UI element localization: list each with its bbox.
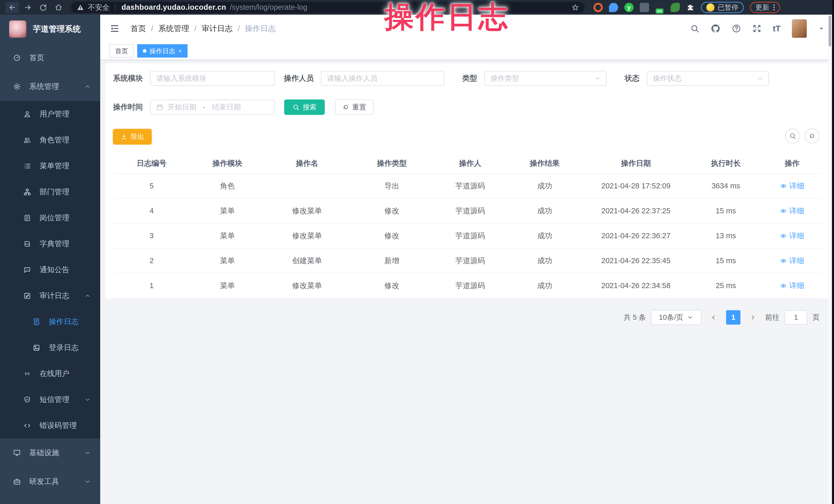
- org-tree-icon: [22, 188, 32, 196]
- next-page-button[interactable]: [746, 310, 760, 325]
- browser-home-button[interactable]: [52, 2, 65, 13]
- refresh-table-button[interactable]: [805, 129, 819, 144]
- operate-log-table: 日志编号 操作模块 操作名 操作类型 操作人 操作结果 操作日期 执行时长 操作…: [113, 154, 821, 299]
- code-icon: [22, 422, 32, 430]
- fullscreen-icon[interactable]: [752, 24, 762, 33]
- goto-label: 前往: [765, 312, 780, 322]
- tags-view-bar: 首页 操作日志 ×: [100, 42, 834, 60]
- gear-icon: [12, 83, 22, 90]
- tab-home[interactable]: 首页: [109, 44, 134, 58]
- sidebar-item-dev-tools[interactable]: 研发工具: [0, 467, 100, 496]
- detail-link[interactable]: 详细: [763, 181, 821, 191]
- app-title: 芋道管理系统: [33, 24, 81, 35]
- online-signal-icon: [22, 370, 32, 377]
- sidebar-item-operate-log[interactable]: 操作日志: [0, 309, 100, 335]
- reset-button[interactable]: 重置: [335, 100, 374, 115]
- column-header: 操作类型: [349, 158, 434, 169]
- leaf-extension-icon[interactable]: [671, 3, 680, 12]
- table-row: 2 菜单 创建菜单 新增 芋道源码 成功 2021-04-26 22:35:45…: [113, 248, 821, 273]
- y-extension-icon[interactable]: y: [624, 3, 634, 12]
- sidebar-item-notice[interactable]: 通知公告: [0, 257, 100, 283]
- sidebar-item-home[interactable]: 首页: [0, 43, 100, 72]
- sidebar-item-dept-mgmt[interactable]: 部门管理: [0, 179, 100, 205]
- gray-extension-icon[interactable]: [640, 3, 649, 12]
- status-select[interactable]: 操作状态: [647, 71, 769, 86]
- status-label: 状态: [624, 73, 639, 84]
- page-size-select[interactable]: 10条/页: [651, 310, 701, 325]
- app-logo-row[interactable]: 芋道管理系统: [0, 15, 100, 43]
- sidebar-item-audit-log[interactable]: 审计日志: [0, 283, 100, 309]
- sidebar-item-menu-mgmt[interactable]: 菜单管理: [0, 153, 100, 179]
- page-scrollbar[interactable]: [828, 15, 832, 504]
- sidebar-item-sms-mgmt[interactable]: 短信管理: [0, 387, 100, 413]
- user-avatar[interactable]: [792, 19, 807, 38]
- not-secure-label[interactable]: 不安全: [88, 3, 109, 12]
- sidebar-item-online-users[interactable]: 在线用户: [0, 360, 100, 387]
- search-button[interactable]: 搜索: [284, 100, 325, 115]
- browser-reload-button[interactable]: [37, 2, 50, 13]
- browser-back-button[interactable]: [6, 2, 19, 13]
- extensions-puzzle-icon[interactable]: [686, 3, 695, 12]
- toggle-search-button[interactable]: [785, 129, 800, 144]
- chevron-down-icon: [757, 75, 763, 82]
- sidebar-item-dict-mgmt[interactable]: 字典管理: [0, 231, 100, 257]
- export-button[interactable]: 导出: [113, 129, 152, 145]
- breadcrumb: 首页 / 系统管理 / 审计日志 / 操作日志: [131, 23, 276, 34]
- time-label: 操作时间: [113, 102, 143, 112]
- operator-label: 操作人员: [284, 73, 314, 84]
- date-range-picker[interactable]: 开始日期 - 结束日期: [150, 100, 275, 115]
- detail-link[interactable]: 详细: [763, 206, 821, 216]
- browser-forward-button[interactable]: [21, 2, 35, 13]
- breadcrumb-home[interactable]: 首页: [131, 23, 146, 34]
- eye-icon: [780, 183, 787, 190]
- type-select[interactable]: 操作类型: [484, 71, 607, 86]
- prev-page-button[interactable]: [706, 310, 721, 325]
- page-number-1[interactable]: 1: [726, 310, 741, 325]
- chevron-up-icon: [84, 83, 91, 90]
- page-body: 系统模块 操作人员 类型 操作类型 状态 操作状态: [100, 60, 834, 504]
- module-input[interactable]: [150, 71, 275, 86]
- bookmark-star-icon[interactable]: [571, 4, 579, 11]
- refresh-icon: [343, 104, 349, 111]
- browser-update-chip[interactable]: 更新: [750, 2, 780, 13]
- sidebar-item-error-code[interactable]: 错误码管理: [0, 413, 100, 438]
- goto-page-input[interactable]: [785, 310, 807, 325]
- table-header-row: 日志编号 操作模块 操作名 操作类型 操作人 操作结果 操作日期 执行时长 操作: [113, 154, 821, 174]
- breadcrumb-audit[interactable]: 审计日志: [202, 23, 233, 34]
- detail-link[interactable]: 详细: [763, 281, 821, 291]
- paused-profile-chip[interactable]: 已暂停: [701, 2, 744, 13]
- operator-input[interactable]: [321, 71, 444, 86]
- dashboard-icon: [12, 54, 22, 62]
- sidebar-item-user-mgmt[interactable]: 用户管理: [0, 101, 100, 127]
- pin-extension-icon[interactable]: [609, 3, 618, 12]
- sidebar-collapse-icon[interactable]: [109, 23, 120, 34]
- avatar-caret-icon[interactable]: [818, 25, 825, 32]
- sidebar-item-post-mgmt[interactable]: 岗位管理: [0, 205, 100, 231]
- detail-link[interactable]: 详细: [763, 231, 821, 241]
- search-icon[interactable]: [690, 24, 699, 33]
- column-header: 操作人: [434, 158, 506, 169]
- sidebar-item-system-mgmt[interactable]: 系统管理: [0, 72, 100, 101]
- column-header: 操作: [763, 158, 821, 169]
- help-icon[interactable]: [732, 24, 741, 33]
- calendar-icon: [156, 104, 163, 111]
- scrollbar-thumb[interactable]: [829, 16, 831, 46]
- breadcrumb-system[interactable]: 系统管理: [158, 23, 189, 34]
- ring-extension-icon[interactable]: [593, 3, 603, 12]
- document-icon: [31, 318, 42, 326]
- active-dot-icon: [143, 49, 147, 53]
- switch-extension-icon[interactable]: on: [655, 3, 664, 12]
- github-icon[interactable]: [711, 24, 720, 34]
- chevron-down-icon: [594, 75, 601, 82]
- font-size-icon[interactable]: tT: [773, 24, 781, 34]
- close-tab-icon[interactable]: ×: [178, 47, 182, 54]
- detail-link[interactable]: 详细: [763, 256, 821, 266]
- browser-menu-icon[interactable]: [773, 3, 775, 11]
- download-icon: [120, 133, 127, 140]
- sidebar-item-infrastructure[interactable]: 基础设施: [0, 438, 100, 467]
- update-label: 更新: [755, 3, 769, 12]
- sidebar-item-role-mgmt[interactable]: 角色管理: [0, 127, 100, 153]
- sidebar-item-login-log[interactable]: 登录日志: [0, 335, 100, 360]
- type-label: 类型: [462, 73, 477, 84]
- tab-operate-log[interactable]: 操作日志 ×: [137, 44, 188, 58]
